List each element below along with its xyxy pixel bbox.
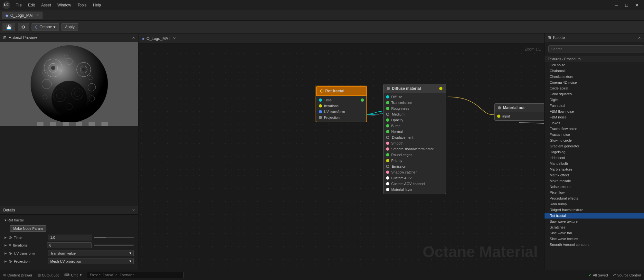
bump-dot[interactable]: [386, 124, 389, 127]
palette-item[interactable]: Flakes: [545, 120, 644, 126]
preview-canvas: [0, 42, 138, 126]
palette-item[interactable]: Moire mosaic: [545, 178, 644, 184]
source-control-button[interactable]: ⎇ Source Control: [612, 273, 641, 277]
normal-dot[interactable]: [386, 130, 389, 133]
apply-button[interactable]: Apply: [62, 23, 78, 31]
opacity-dot[interactable]: [386, 118, 389, 122]
palette-item[interactable]: Matrix effect: [545, 172, 644, 178]
palette-item[interactable]: Rain bump: [545, 201, 644, 207]
svg-point-8: [82, 68, 85, 71]
displacement-dot[interactable]: [386, 136, 389, 139]
smooth-dot[interactable]: [386, 142, 389, 145]
roughness-dot[interactable]: [386, 107, 389, 110]
time-input-dot[interactable]: [319, 98, 322, 102]
transmission-dot[interactable]: [386, 101, 389, 104]
svg-rect-29: [95, 122, 101, 126]
cmd-button[interactable]: ⌨ Cmd ▾: [64, 273, 81, 277]
displacement-row: Displacement: [384, 135, 446, 140]
palette-item[interactable]: Fan spiral: [545, 103, 644, 108]
palette-item[interactable]: Gradient generator: [545, 143, 644, 149]
shadow-catcher-dot[interactable]: [386, 171, 389, 174]
menu-help[interactable]: Help: [90, 2, 104, 8]
palette-item[interactable]: Cell noise: [545, 62, 644, 68]
save-button[interactable]: 💾: [3, 23, 15, 31]
palette-item[interactable]: Sine wave texture: [545, 236, 644, 242]
palette-search-input[interactable]: [548, 45, 644, 52]
palette-item[interactable]: Noise texture: [545, 184, 644, 190]
palette-item[interactable]: Procedural effects: [545, 195, 644, 201]
time-value[interactable]: 1.0: [48, 235, 92, 240]
proj-input-dot[interactable]: [319, 116, 322, 119]
content-drawer-button[interactable]: ⊞ Content Drawer: [3, 273, 32, 277]
diffuse-material-node[interactable]: Diffuse material Diffuse Transmission Ro…: [383, 84, 446, 194]
material-layer-dot[interactable]: [386, 188, 389, 191]
palette-item[interactable]: Color squares: [545, 91, 644, 97]
medium-dot[interactable]: [386, 113, 389, 116]
palette-item[interactable]: Fractal noise: [545, 132, 644, 137]
iterations-expand-icon: ▶: [5, 244, 7, 247]
palette-item[interactable]: Smooth Voronoi contours: [545, 242, 644, 247]
projection-dropdown[interactable]: Mesh UV projection ▾: [48, 258, 134, 264]
emission-dot[interactable]: [386, 165, 389, 168]
palette-close[interactable]: ✕: [638, 36, 641, 40]
palette-item[interactable]: Glowing circle: [545, 137, 644, 143]
node-editor-content[interactable]: Zoom 1:1 Octane Material ⬡: [138, 44, 544, 270]
palette-item[interactable]: Scratches: [545, 224, 644, 230]
make-node-param-button[interactable]: Make Node Param: [10, 225, 46, 232]
window-controls: ─ □ ✕: [612, 1, 641, 10]
palette-item[interactable]: Fractal flow noise: [545, 126, 644, 132]
menu-window[interactable]: Window: [55, 2, 74, 8]
priority-dot[interactable]: [386, 159, 389, 162]
mat-out-input-dot[interactable]: [497, 115, 500, 118]
iterations-value[interactable]: 6: [47, 242, 92, 248]
custom-aov-dot[interactable]: [386, 176, 389, 180]
palette-item[interactable]: Rot fractal: [545, 213, 644, 219]
palette-item[interactable]: Cinema 4D noise: [545, 79, 644, 85]
palette-item[interactable]: Pixel flow: [545, 190, 644, 195]
palette-item[interactable]: Checks texture: [545, 74, 644, 79]
octane-button[interactable]: ⬡ Octane ▾: [32, 23, 59, 31]
node-editor-close[interactable]: ✕: [173, 36, 176, 41]
diffuse-in-dot[interactable]: [386, 95, 389, 98]
octane-icon: ⬡: [35, 25, 38, 29]
time-output-dot[interactable]: [361, 98, 364, 102]
preview-title: Material Preview: [8, 35, 37, 40]
palette-item[interactable]: Mandelbulb: [545, 161, 644, 166]
custom-aov-channel-dot[interactable]: [386, 182, 389, 185]
menu-asset[interactable]: Asset: [39, 2, 53, 8]
palette-item[interactable]: Ridged fractal texture: [545, 207, 644, 213]
palette-item[interactable]: Sine wave fan: [545, 230, 644, 236]
preview-close[interactable]: ✕: [132, 36, 135, 40]
palette-item[interactable]: Marble texture: [545, 166, 644, 172]
minimize-button[interactable]: ─: [612, 1, 621, 10]
console-input[interactable]: [87, 272, 184, 278]
maximize-button[interactable]: □: [622, 1, 631, 10]
rot-fractal-node[interactable]: ⬡ Rot fractal Time Iterations: [316, 86, 367, 122]
settings-button[interactable]: ⚙: [18, 23, 29, 31]
node-editor-icon: ◈: [142, 36, 145, 41]
asset-tab-close[interactable]: ✕: [36, 13, 39, 17]
smooth-shadow-dot[interactable]: [386, 147, 389, 151]
iter-input-dot[interactable]: [319, 104, 322, 107]
menu-edit[interactable]: Edit: [25, 2, 37, 8]
material-out-node[interactable]: Material out input: [494, 103, 544, 121]
palette-item[interactable]: Saw wave texture: [545, 219, 644, 224]
uv-input-dot[interactable]: [319, 110, 322, 113]
palette-item[interactable]: FBM flow noise: [545, 108, 644, 114]
menu-file[interactable]: File: [13, 2, 24, 8]
palette-item[interactable]: Chainmail: [545, 68, 644, 74]
output-log-button[interactable]: ▤ Output Log: [37, 273, 59, 277]
palette-item[interactable]: Digits: [545, 97, 644, 103]
menu-tools[interactable]: Tools: [75, 2, 89, 8]
palette-item[interactable]: Circle spiral: [545, 85, 644, 91]
section-title[interactable]: ▾ Rot fractal: [3, 217, 136, 223]
round-edges-dot[interactable]: [386, 153, 389, 156]
palette-item[interactable]: FBM noise: [545, 114, 644, 120]
palette-item[interactable]: Iridescent: [545, 155, 644, 161]
close-button[interactable]: ✕: [632, 1, 641, 10]
details-close[interactable]: ✕: [132, 208, 135, 212]
asset-tab[interactable]: ◆ O_Logo_MAT ✕: [2, 12, 43, 19]
palette-item[interactable]: Hagelslag: [545, 149, 644, 155]
uv-transform-dropdown[interactable]: Transform value ▾: [48, 250, 134, 256]
diffuse-output-dot[interactable]: [439, 87, 442, 90]
